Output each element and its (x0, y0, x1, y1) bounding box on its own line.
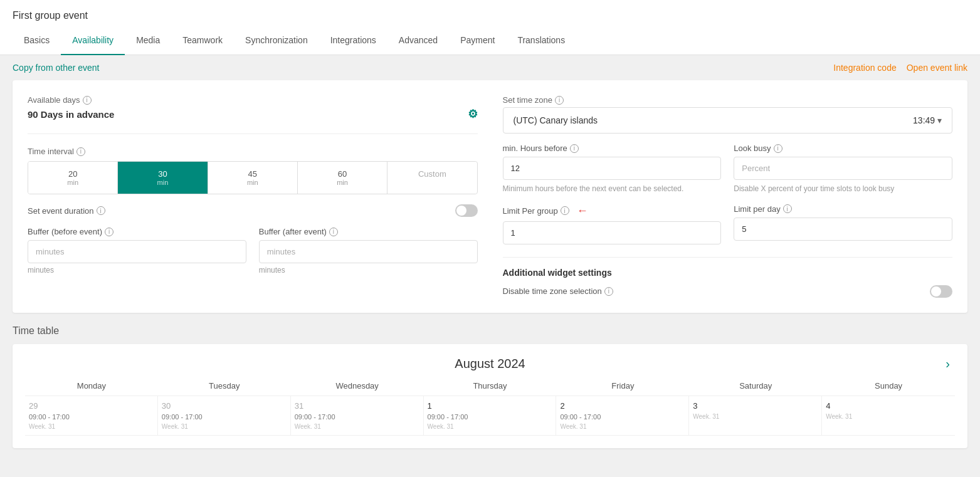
gear-icon[interactable]: ⚙ (468, 107, 478, 121)
time-interval-label: Time interval i (28, 147, 478, 156)
min-hours-before-label: min. Hours before i (503, 144, 722, 153)
buffer-after-unit: minutes (259, 266, 478, 275)
buffer-after-info-icon: i (329, 228, 338, 236)
chevron-down-icon: ▾ (937, 115, 942, 125)
cell-date: 4 (826, 401, 951, 411)
cell-week: Week. 31 (162, 423, 287, 430)
limit-per-group-field: Limit Per group i ← (503, 204, 722, 244)
timezone-time: 13:49 ▾ (913, 115, 942, 125)
calendar-header: August 2024 › (25, 357, 955, 371)
cell-week: Week. 31 (693, 413, 818, 420)
red-arrow-indicator: ← (577, 204, 588, 218)
timezone-info-icon: i (555, 96, 564, 105)
min-hours-before-input[interactable] (503, 157, 722, 180)
open-event-link[interactable]: Open event link (907, 63, 967, 73)
timezone-value: (UTC) Canary islands (514, 115, 598, 125)
buffer-before-label: Buffer (before event) i (28, 227, 246, 236)
cell-date: 3 (693, 401, 818, 411)
calendar-cell-31[interactable]: 31 09:00 - 17:00 Week. 31 (291, 396, 424, 435)
interval-45[interactable]: 45 min (208, 162, 298, 194)
tab-payment[interactable]: Payment (449, 26, 506, 55)
disable-timezone-toggle[interactable] (930, 285, 952, 298)
cell-date: 1 (428, 401, 552, 411)
day-header-wednesday: Wednesday (291, 381, 424, 391)
calendar-cell-29[interactable]: 29 09:00 - 17:00 Week. 31 (25, 396, 158, 435)
tab-availability[interactable]: Availability (61, 26, 125, 55)
calendar-cell-3[interactable]: 3 Week. 31 (689, 396, 822, 435)
tab-translations[interactable]: Translations (506, 26, 576, 55)
timezone-select[interactable]: (UTC) Canary islands 13:49 ▾ (503, 107, 953, 134)
time-interval-section: Time interval i 20 min 30 min 4 (28, 147, 478, 194)
set-event-duration-row: Set event duration i (28, 204, 478, 217)
calendar-title: August 2024 (455, 357, 525, 371)
additional-settings-title: Additional widget settings (503, 268, 953, 278)
limit-per-group-input[interactable] (503, 221, 722, 244)
min-hours-info-icon: i (570, 144, 579, 153)
interval-buttons: 20 min 30 min 45 min 60 (28, 161, 478, 194)
day-header-monday: Monday (25, 381, 158, 391)
cell-date: 31 (295, 401, 419, 411)
integration-code-link[interactable]: Integration code (833, 63, 896, 73)
calendar-days-header: Monday Tuesday Wednesday Thursday Friday… (25, 381, 955, 396)
available-days-info-icon: i (83, 96, 92, 105)
cell-week: Week. 31 (428, 423, 552, 430)
tab-integrations[interactable]: Integrations (319, 26, 387, 55)
day-header-saturday: Saturday (689, 381, 822, 391)
tab-media[interactable]: Media (125, 26, 171, 55)
calendar-cell-1[interactable]: 1 09:00 - 17:00 Week. 31 (424, 396, 557, 435)
buffer-before-field: Buffer (before event) i minutes (28, 227, 246, 275)
additional-settings: Additional widget settings Disable time … (503, 257, 953, 298)
time-table-title: Time table (13, 325, 967, 337)
set-event-duration-info-icon: i (97, 206, 105, 215)
interval-60[interactable]: 60 min (298, 162, 387, 194)
buffer-after-input[interactable] (259, 240, 478, 263)
cell-time: 09:00 - 17:00 (162, 413, 287, 421)
copy-from-event-link[interactable]: Copy from other event (13, 63, 100, 73)
hours-busy-row: min. Hours before i Minimum hours before… (503, 144, 953, 194)
settings-row: Available days i 90 Days in advance ⚙ Ti… (28, 95, 952, 298)
look-busy-input[interactable] (734, 157, 952, 180)
tab-teamwork[interactable]: Teamwork (171, 26, 234, 55)
buffer-before-input[interactable] (28, 240, 246, 263)
day-header-sunday: Sunday (822, 381, 955, 391)
time-table-section: Time table August 2024 › Monday Tuesday … (13, 325, 967, 448)
limit-per-group-info-icon: i (561, 206, 569, 215)
interval-custom[interactable]: Custom (387, 162, 477, 194)
tab-synchronization[interactable]: Synchronization (234, 26, 319, 55)
look-busy-hint: Disable X percent of your time slots to … (734, 184, 952, 194)
timezone-field: Set time zone i (UTC) Canary islands 13:… (503, 95, 953, 134)
calendar-next-button[interactable]: › (940, 354, 955, 374)
cell-week: Week. 31 (29, 423, 154, 430)
set-event-duration-toggle[interactable] (455, 204, 478, 217)
calendar-card: August 2024 › Monday Tuesday Wednesday T… (13, 344, 967, 448)
interval-20[interactable]: 20 min (28, 162, 118, 194)
cell-time: 09:00 - 17:00 (295, 413, 419, 421)
calendar-cell-2[interactable]: 2 09:00 - 17:00 Week. 31 (556, 396, 689, 435)
buffer-section: Buffer (before event) i minutes Buffer (… (28, 227, 478, 275)
interval-30[interactable]: 30 min (118, 162, 208, 194)
timezone-label: Set time zone i (503, 95, 953, 105)
look-busy-info-icon: i (774, 144, 782, 153)
buffer-before-unit: minutes (28, 266, 246, 275)
cell-week: Week. 31 (560, 423, 685, 430)
look-busy-label: Look busy i (734, 144, 952, 153)
cell-time: 09:00 - 17:00 (29, 413, 154, 421)
calendar-grid: Monday Tuesday Wednesday Thursday Friday… (25, 381, 955, 436)
cell-date: 30 (162, 401, 287, 411)
tab-basics[interactable]: Basics (13, 26, 61, 55)
limit-per-day-field: Limit per day i (734, 204, 952, 244)
limit-per-day-input[interactable] (734, 218, 952, 241)
calendar-cell-4[interactable]: 4 Week. 31 (822, 396, 955, 435)
day-header-tuesday: Tuesday (158, 381, 291, 391)
set-event-duration-label: Set event duration i (28, 206, 105, 216)
tab-advanced[interactable]: Advanced (387, 26, 449, 55)
day-header-thursday: Thursday (424, 381, 557, 391)
cell-week: Week. 31 (295, 423, 419, 430)
calendar-cell-30[interactable]: 30 09:00 - 17:00 Week. 31 (158, 396, 291, 435)
cell-time: 09:00 - 17:00 (560, 413, 685, 421)
content-area: Copy from other event Integration code O… (0, 55, 980, 448)
min-hours-hint: Minimum hours before the next event can … (503, 184, 722, 194)
limit-per-group-label: Limit Per group i ← (503, 204, 722, 218)
available-days-value: 90 Days in advance ⚙ (28, 107, 478, 121)
limit-per-day-info-icon: i (783, 204, 792, 213)
